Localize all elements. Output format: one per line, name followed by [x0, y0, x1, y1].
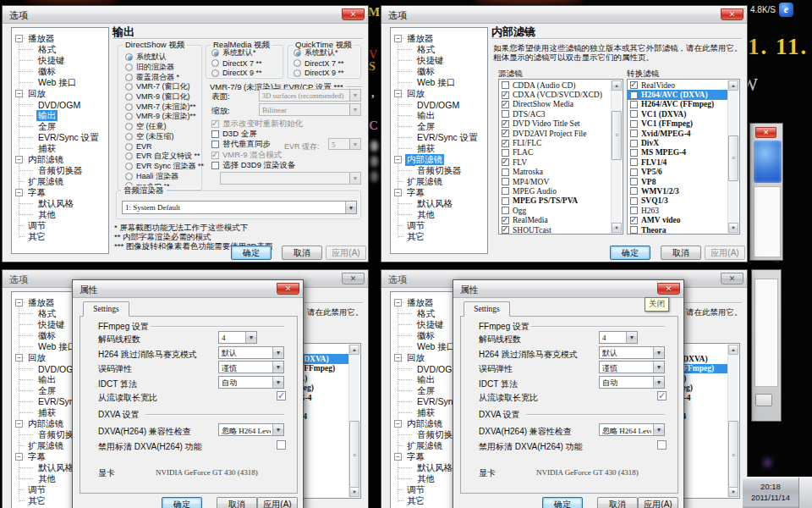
filter-item[interactable]: RealVideo — [628, 80, 727, 90]
radio-option[interactable]: 系统默认* — [206, 48, 283, 58]
checkbox-icon[interactable] — [502, 207, 509, 214]
checkbox-option[interactable]: 显示改变时重新初始化 — [211, 119, 362, 129]
audio-renderer-dropdown[interactable]: 1: System Default — [122, 201, 357, 214]
expand-minus-icon[interactable] — [394, 354, 402, 362]
radio-option[interactable]: EVR Sync 渲染器 ** — [120, 162, 201, 172]
scroll-thumb[interactable] — [612, 111, 622, 160]
tree-item[interactable]: 字幕 — [12, 187, 108, 198]
tree-item[interactable]: DVD/OGM — [391, 99, 487, 110]
filter-item[interactable]: MP4/MOV — [499, 177, 611, 186]
source-filters-list[interactable]: CDDA (Audio CD) CDXA (VCD/SVCD/XCD) Dire… — [498, 79, 623, 235]
checkbox-icon[interactable] — [502, 168, 509, 176]
filter-item[interactable]: Theora — [628, 225, 727, 235]
cancel-button[interactable]: 取消 — [661, 246, 701, 260]
scrollbar[interactable] — [611, 80, 622, 233]
tree-item[interactable]: 调节 — [391, 220, 487, 231]
filter-item[interactable]: MPEG PS/TS/PVA — [499, 196, 611, 206]
scrollbar[interactable] — [727, 80, 738, 233]
tree-item[interactable]: 徽标 — [391, 66, 487, 77]
cancel-button[interactable]: 取消 — [597, 497, 638, 508]
tree-item[interactable]: 音频切换器 — [391, 165, 487, 176]
tree-item[interactable]: 其它 — [12, 231, 108, 242]
checkbox-icon[interactable] — [502, 226, 509, 234]
filter-item[interactable]: MS MPEG-4 — [628, 148, 727, 157]
checkbox-icon[interactable] — [630, 91, 638, 99]
apply-button[interactable]: 应用(A) — [257, 497, 298, 508]
dropdown[interactable]: 默认 — [599, 346, 665, 359]
checkbox-icon[interactable] — [211, 130, 219, 138]
scroll-down-icon[interactable] — [612, 223, 622, 233]
radio-option[interactable]: 旧的渲染器 — [120, 63, 201, 73]
checkbox-icon[interactable] — [502, 158, 509, 166]
tree-item[interactable]: 回放 — [391, 88, 487, 99]
checkbox-icon[interactable] — [630, 168, 638, 176]
dropdown[interactable]: 自动 — [599, 376, 665, 389]
close-icon[interactable] — [721, 273, 743, 284]
tree-item[interactable]: Web 接口 — [12, 77, 108, 88]
filter-item[interactable]: Matroska — [499, 168, 611, 177]
checkbox-icon[interactable] — [630, 187, 638, 195]
radio-option[interactable]: DirectX 7 ** — [288, 58, 360, 69]
dxva-check-dropdown[interactable]: 忽略 H264 Level — [218, 423, 284, 436]
checkbox-icon[interactable] — [630, 207, 638, 214]
close-icon[interactable] — [721, 8, 743, 20]
checkbox-icon[interactable] — [630, 101, 638, 108]
filter-item[interactable]: AMV video — [628, 215, 727, 224]
filter-item[interactable]: FLAC — [499, 148, 611, 157]
filter-item[interactable]: Xvid/MPEG-4 — [628, 129, 727, 138]
checkbox-icon[interactable] — [630, 140, 638, 147]
filter-item[interactable]: VC1 (FFmpeg) — [628, 119, 727, 129]
filter-item[interactable]: FLI/FLC — [499, 138, 611, 147]
tree-item[interactable]: 其它 — [391, 231, 487, 242]
radio-option[interactable]: EVR 自定义特设 ** — [120, 152, 201, 162]
radio-option[interactable]: VMR-9 (窗口化) — [120, 92, 201, 102]
tree-item[interactable]: 回放 — [12, 88, 108, 99]
titlebar[interactable]: 选项 — [381, 6, 747, 24]
ok-button[interactable]: 确定 — [162, 497, 202, 508]
radio-option[interactable]: VMR-7 (未渲染)** — [120, 102, 201, 112]
radio-option[interactable]: DirectX 9 ** — [206, 68, 283, 78]
tree-item[interactable]: 输出 — [12, 110, 108, 121]
options-tree[interactable]: 播放器 格式 快捷键 徽标 Web 接口 回放 DVD/OGM 输出 全屏 EV… — [11, 27, 109, 254]
filter-item[interactable]: H263 — [628, 206, 727, 215]
apply-button[interactable]: 应用(A) — [705, 246, 745, 260]
filter-item[interactable]: DVD2AVI Project File — [499, 129, 611, 138]
scroll-up-icon[interactable] — [349, 345, 359, 355]
checkbox-option[interactable]: 选择 D3D9 渲染设备 — [211, 160, 362, 170]
radio-option[interactable]: VMR-7 (窗口化) — [120, 82, 201, 92]
tree-item[interactable]: EVR/Sync 设置 — [391, 132, 487, 143]
tree-item[interactable]: EVR/Sync 设置 — [12, 132, 108, 143]
dropdown[interactable]: 谨慎 — [599, 361, 665, 373]
scroll-down-icon[interactable] — [349, 487, 359, 497]
close-icon[interactable] — [657, 283, 680, 295]
checkbox-icon[interactable] — [630, 81, 638, 89]
ok-button[interactable]: 确定 — [610, 246, 650, 260]
expand-minus-icon[interactable] — [15, 156, 23, 163]
options-tree[interactable]: 播放器 格式 快捷键 徽标 Web 接口 回放 DVD/OGM 输出 全屏 EV… — [390, 27, 488, 254]
titlebar[interactable]: 选项 — [3, 6, 368, 24]
tree-item[interactable]: 格式 — [12, 44, 108, 55]
filter-item[interactable]: SVQ1/3 — [628, 196, 727, 206]
radio-option[interactable]: 系统默认 — [120, 52, 201, 63]
expand-minus-icon[interactable] — [15, 420, 23, 428]
dxva-check-dropdown[interactable]: 忽略 H264 Level — [599, 423, 665, 436]
partial-button[interactable] — [755, 394, 772, 406]
surface-dropdown[interactable]: 3D surfaces (recommended) — [259, 89, 361, 102]
tree-item[interactable]: 扩展滤镜 — [391, 176, 487, 187]
filter-item[interactable]: RealMedia — [499, 215, 611, 224]
expand-minus-icon[interactable] — [394, 156, 402, 163]
scroll-up-icon[interactable] — [612, 80, 622, 91]
tree-item[interactable]: 输出 — [391, 110, 487, 121]
tree-item[interactable]: 格式 — [391, 44, 487, 55]
cancel-button[interactable]: 取消 — [282, 246, 322, 260]
evr-buffer-dropdown[interactable]: 5 — [328, 138, 361, 150]
tree-item[interactable]: 字幕 — [391, 187, 487, 198]
expand-minus-icon[interactable] — [15, 354, 23, 362]
tree-item[interactable]: 快捷键 — [12, 55, 108, 66]
checkbox-icon[interactable] — [630, 130, 638, 137]
expand-minus-icon[interactable] — [394, 189, 402, 196]
tree-item[interactable]: 播放器 — [12, 33, 108, 44]
tree-item[interactable]: DVD/OGM — [12, 99, 108, 110]
disable-sd-checkbox[interactable] — [277, 440, 286, 450]
tree-item[interactable]: 播放器 — [391, 33, 487, 44]
